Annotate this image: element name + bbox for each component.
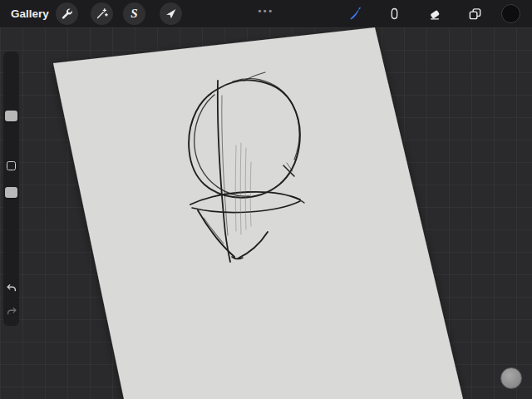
top-toolbar: Gallery S ••• (0, 0, 532, 27)
redo-arrow-icon (6, 306, 17, 318)
quick-shape-ball-button[interactable] (500, 367, 522, 389)
interface-dots-button[interactable]: ••• (245, 0, 287, 27)
arrow-cursor-icon (165, 7, 177, 20)
magic-wand-icon (96, 7, 108, 20)
transform-button[interactable] (160, 2, 182, 25)
finger-icon (388, 7, 401, 20)
adjustments-button[interactable] (91, 2, 113, 25)
layers-icon (468, 7, 482, 21)
brush-size-slider[interactable] (5, 111, 17, 121)
drawing-canvas[interactable] (0, 0, 532, 399)
gallery-button[interactable]: Gallery (11, 0, 49, 27)
undo-arrow-icon (6, 283, 17, 294)
undo-button[interactable] (3, 283, 19, 294)
s-curve-icon: S (131, 7, 137, 20)
paint-tool-button[interactable] (343, 2, 366, 25)
opacity-slider[interactable] (5, 187, 17, 198)
smudge-tool-button[interactable] (383, 2, 406, 25)
eraser-icon (428, 7, 441, 21)
redo-button[interactable] (3, 306, 19, 318)
selection-button[interactable]: S (123, 2, 145, 25)
brush-icon (347, 7, 362, 21)
erase-tool-button[interactable] (423, 2, 446, 25)
modify-button[interactable] (7, 161, 16, 170)
sidebar-controls (3, 52, 19, 326)
wrench-icon (61, 7, 73, 20)
color-circle-icon[interactable] (501, 4, 520, 23)
canvas-paper[interactable] (53, 27, 463, 399)
actions-button[interactable] (56, 2, 78, 25)
layers-button[interactable] (464, 2, 486, 25)
